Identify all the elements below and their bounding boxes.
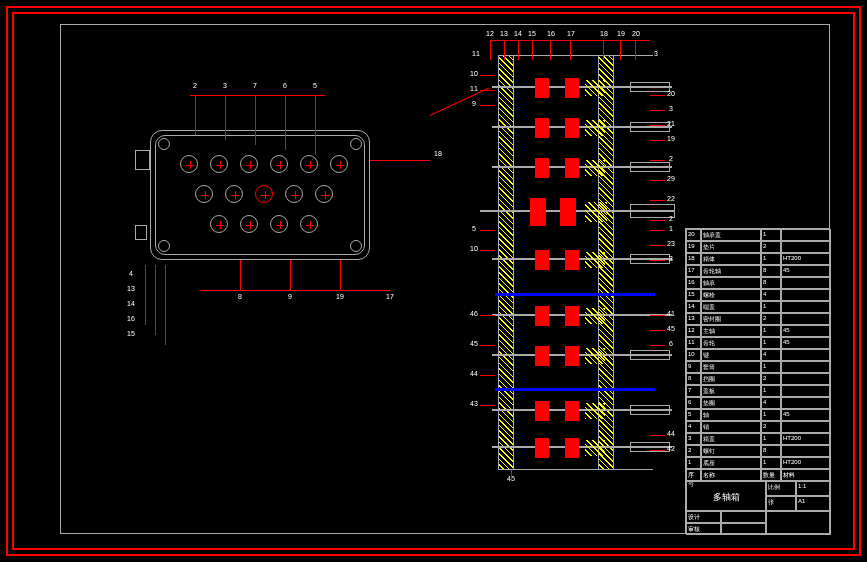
callout-label: 14 bbox=[125, 300, 137, 307]
spindle-hole bbox=[180, 155, 198, 173]
callout-leader bbox=[650, 330, 665, 331]
callout-leader bbox=[370, 160, 430, 161]
bom-row-qty: 2 bbox=[761, 313, 781, 325]
designer-value bbox=[721, 511, 766, 523]
callout-leader bbox=[225, 95, 226, 140]
spindle-hole bbox=[210, 155, 228, 173]
callout-leader bbox=[340, 260, 341, 290]
bom-row-qty: 4 bbox=[761, 397, 781, 409]
bom-row-qty: 1 bbox=[761, 457, 781, 469]
callout-leader bbox=[480, 405, 495, 406]
callout-leader bbox=[480, 75, 495, 76]
callout-label: 3 bbox=[219, 82, 231, 89]
bom-header-name: 名称 bbox=[701, 469, 761, 481]
callout-leader bbox=[550, 40, 551, 60]
gear bbox=[565, 401, 579, 421]
bom-row-id: 3 bbox=[686, 433, 701, 445]
callout-label: 16 bbox=[125, 315, 137, 322]
bom-row-name: 底座 bbox=[701, 457, 761, 469]
callout-leader bbox=[195, 95, 196, 135]
shaft-row-2 bbox=[510, 112, 670, 147]
bom-row-qty: 1 bbox=[761, 253, 781, 265]
shaft-end bbox=[630, 254, 670, 264]
gear bbox=[535, 306, 549, 326]
callout-label: 43 bbox=[468, 400, 480, 407]
bom-header-id: 序号 bbox=[686, 469, 701, 481]
bearing-hatch bbox=[585, 308, 605, 324]
callout-leader bbox=[490, 40, 491, 60]
checker-label: 审核 bbox=[686, 523, 721, 535]
callout-label: 1 bbox=[665, 225, 677, 232]
callout-label: 17 bbox=[565, 30, 577, 37]
bom-row-id: 17 bbox=[686, 265, 701, 277]
shaft-row-6 bbox=[510, 300, 670, 335]
plan-view bbox=[150, 130, 370, 260]
bom-row-id: 9 bbox=[686, 361, 701, 373]
callout-leader bbox=[480, 375, 495, 376]
bom-row-qty: 1 bbox=[761, 361, 781, 373]
bom-header-qty: 数量 bbox=[761, 469, 781, 481]
bom-row-material bbox=[781, 289, 831, 301]
bom-row-id: 8 bbox=[686, 373, 701, 385]
callout-leader bbox=[650, 230, 665, 231]
callout-leader bbox=[650, 435, 665, 436]
gear bbox=[535, 438, 549, 458]
callout-leader bbox=[650, 160, 665, 161]
shaft-row-8 bbox=[510, 395, 670, 430]
bom-row-name: 密封圈 bbox=[701, 313, 761, 325]
callout-leader bbox=[285, 95, 286, 150]
callout-leader bbox=[635, 40, 636, 60]
callout-label: 5 bbox=[309, 82, 321, 89]
callout-label: 45 bbox=[665, 325, 677, 332]
gear bbox=[535, 346, 549, 366]
callout-label: 9 bbox=[468, 100, 480, 107]
bom-row-name: 端盖 bbox=[701, 301, 761, 313]
bearing-hatch bbox=[585, 80, 605, 96]
bom-row-id: 13 bbox=[686, 313, 701, 325]
sheet-label: 张 bbox=[766, 496, 796, 511]
mounting-hole-bl bbox=[158, 240, 170, 252]
bom-row-name: 主轴 bbox=[701, 325, 761, 337]
callout-label: 13 bbox=[498, 30, 510, 37]
bom-row-id: 7 bbox=[686, 385, 701, 397]
callout-leader bbox=[570, 40, 571, 60]
bom-row-qty: 8 bbox=[761, 445, 781, 457]
bom-row-qty: 8 bbox=[761, 265, 781, 277]
callout-label: 44 bbox=[468, 370, 480, 377]
callout-leader bbox=[650, 315, 665, 316]
gear bbox=[565, 118, 579, 138]
bom-row-id: 4 bbox=[686, 421, 701, 433]
spindle-hole bbox=[240, 215, 258, 233]
bom-row-name: 键 bbox=[701, 349, 761, 361]
callout-label: 22 bbox=[665, 195, 677, 202]
bom-row-name: 轴 bbox=[701, 409, 761, 421]
bom-row-qty: 2 bbox=[761, 421, 781, 433]
callout-label: 2 bbox=[665, 215, 677, 222]
callout-leader bbox=[504, 40, 505, 60]
bom-row-material bbox=[781, 445, 831, 457]
bom-row-qty: 2 bbox=[761, 241, 781, 253]
bom-row-name: 销 bbox=[701, 421, 761, 433]
callout-label: 7 bbox=[249, 82, 261, 89]
bom-row-qty: 1 bbox=[761, 301, 781, 313]
bom-row-id: 18 bbox=[686, 253, 701, 265]
callout-leader bbox=[650, 220, 665, 221]
shaft-end bbox=[630, 122, 670, 132]
callout-leader bbox=[518, 40, 519, 60]
bom-row-id: 10 bbox=[686, 349, 701, 361]
bom-row-id: 19 bbox=[686, 241, 701, 253]
bom-row-id: 2 bbox=[686, 445, 701, 457]
drawing-title: 多轴箱 bbox=[686, 481, 766, 511]
callout-leader bbox=[603, 40, 604, 60]
callout-leader bbox=[240, 260, 241, 290]
gear bbox=[530, 198, 546, 226]
bom-row-material bbox=[781, 373, 831, 385]
callout-label: 46 bbox=[468, 310, 480, 317]
callout-label: 41 bbox=[665, 310, 677, 317]
bom-row-name: 螺栓 bbox=[701, 289, 761, 301]
side-detail bbox=[135, 150, 150, 170]
callout-label: 23 bbox=[665, 240, 677, 247]
callout-leader bbox=[532, 40, 533, 60]
bom-row-name: 挡圈 bbox=[701, 373, 761, 385]
callout-leader bbox=[620, 40, 621, 60]
